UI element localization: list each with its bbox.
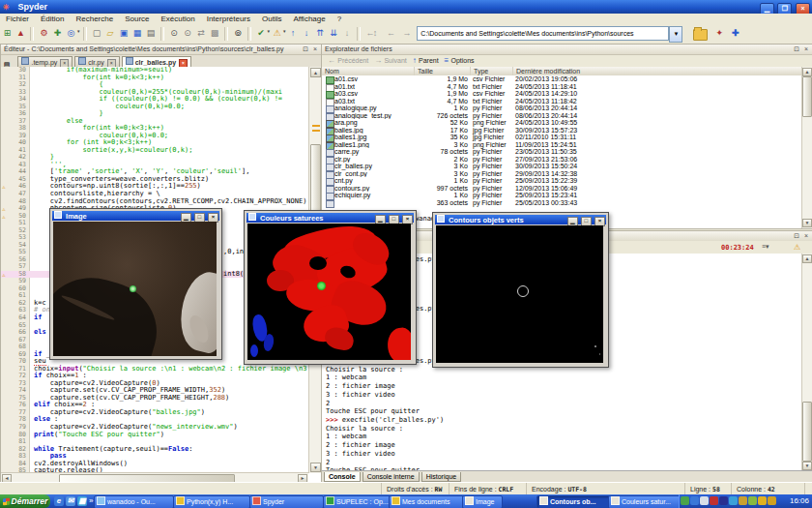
table-row[interactable]: clr_balles.py3 Kopy Fichier30/09/2013 15… [322, 163, 802, 170]
run-icon[interactable]: ⊚ [232, 26, 245, 41]
tab-clr_ballespy[interactable]: clr_balles.py× [122, 56, 191, 67]
table-row[interactable]: analogique_test.py726 octetspy Fichier08… [322, 112, 802, 120]
next-cursor-icon[interactable]: ⇊ [328, 26, 340, 41]
path-dropdown-icon[interactable]: ▼ [669, 26, 682, 43]
console-options-icon[interactable]: ≡▾ [762, 243, 769, 251]
spyder-titlebar[interactable]: ✳ Spyder ▁ ❐ × [0, 0, 812, 14]
menu-item-outils[interactable]: Outils [256, 14, 287, 24]
save-icon[interactable]: ▣ [118, 26, 130, 41]
replace-icon[interactable]: ⇄ [195, 26, 208, 41]
console-close-icon[interactable]: × [804, 231, 808, 241]
console-tab-console-interne[interactable]: Console interne [362, 472, 420, 482]
last-edit-icon[interactable]: ↓ [341, 26, 354, 41]
tray-icon[interactable] [719, 496, 728, 505]
table-row[interactable]: cnt.py1 Kopy Fichier25/09/2013 15:22:39 [322, 177, 802, 185]
console-tab-historique[interactable]: Historique [421, 472, 462, 482]
menu-item-?[interactable]: ? [332, 14, 347, 24]
ie-quick-launch-icon[interactable]: e [54, 496, 64, 506]
fullscreen-icon[interactable]: ⊞ [1, 26, 14, 41]
parent-button[interactable]: ↑ Parent [413, 55, 439, 67]
tools-icon[interactable]: ⚙ [38, 26, 50, 41]
menu-item-dition[interactable]: Édition [35, 14, 70, 24]
quick-launch-overflow-icon[interactable]: » [89, 496, 93, 505]
table-row[interactable]: 363 octetspy Fichier25/05/2013 00:33:43 [322, 199, 802, 207]
menu-item-source[interactable]: Source [119, 14, 155, 24]
open-file-icon[interactable]: ▱ [104, 26, 117, 41]
taskbar-button-python-x-y-h-[interactable]: Python(x,y) H... [173, 495, 250, 508]
contours-window-titlebar[interactable]: Contours objets verts ▁ □ × [435, 215, 606, 224]
layout-icon[interactable]: ▲ [14, 26, 27, 41]
console-tab-console[interactable]: Console [324, 472, 361, 482]
table-row[interactable]: balles.jpg17 Kojpg Fichier30/09/2013 15:… [322, 127, 802, 134]
add-dir-icon[interactable]: ✚ [730, 26, 741, 41]
find-icon[interactable]: ⊙ [168, 26, 181, 41]
editor-close-icon[interactable]: × [313, 45, 317, 54]
menu-item-excution[interactable]: Exécution [156, 14, 201, 24]
tray-icon[interactable] [700, 496, 709, 505]
taskbar-button-mes-documents[interactable]: Mes documents [389, 495, 464, 508]
back-nav-icon[interactable]: ← [385, 26, 396, 41]
menu-item-affichage[interactable]: Affichage [287, 14, 331, 24]
taskbar-button-spyder[interactable]: Spyder [249, 495, 324, 508]
tab-clrpy[interactable]: clr.py× [74, 56, 119, 67]
menu-item-recherche[interactable]: Recherche [70, 14, 119, 24]
console-scrollbar[interactable]: ▲ ▼ [801, 254, 812, 471]
table-row[interactable]: a01.csv1,9 Mocsv Fichier20/02/2013 19:05… [322, 75, 802, 83]
table-row[interactable]: balles1.jpg35 Kojpg Fichier02/11/2010 15… [322, 134, 802, 141]
tab-temppy[interactable]: .temp.py× [17, 56, 72, 67]
previous-cursor-icon[interactable]: ⇈ [314, 26, 327, 41]
taskbar-button-couleurs-satur-[interactable]: Couleurs satur... [608, 495, 681, 508]
new-file-icon[interactable]: ▢ [91, 26, 103, 41]
explorer-scrollbar[interactable]: ▲ ▼ [801, 67, 812, 228]
menu-item-interprteurs[interactable]: Interpréteurs [201, 14, 256, 24]
taskbar-button-image[interactable]: Image [462, 495, 503, 508]
print-icon[interactable]: ▤ [145, 26, 158, 41]
table-row[interactable]: a01.txt4,7 Motxt Fichier24/05/2013 11:18… [322, 83, 802, 91]
table-row[interactable]: a03.txt4,7 Motxt Fichier24/05/2013 11:18… [322, 98, 802, 105]
next-warning-icon[interactable]: ↓ [301, 26, 313, 41]
tray-icon[interactable] [748, 496, 757, 505]
save-all-icon[interactable]: ▦ [131, 26, 144, 41]
find-in-files-icon[interactable]: ▩ [209, 26, 221, 41]
tray-icon[interactable] [768, 496, 776, 505]
warning-list-icon-dropdown[interactable]: ▾ [283, 28, 286, 34]
taskbar-button-contours-ob-[interactable]: Contours ob... [536, 495, 610, 508]
preferences-icon[interactable]: ◎ [65, 26, 77, 41]
image-window-titlebar[interactable]: Image ▁ □ × [52, 211, 219, 221]
tray-icon[interactable] [690, 496, 699, 505]
table-row[interactable]: carre.py78 octetspy Fichier23/05/2013 11… [322, 148, 802, 156]
start-button[interactable]: Démarrer [0, 494, 50, 508]
tray-icon[interactable] [710, 496, 718, 505]
path-input[interactable]: C:\Documents and Settings\colette\Mes do… [417, 26, 669, 41]
editor-float-icon[interactable]: ⊡ [303, 45, 308, 54]
find-next-icon[interactable]: ⊙ [182, 26, 194, 41]
explorer-float-icon[interactable]: ⊡ [794, 45, 799, 54]
options-button[interactable]: ≡ Options [445, 55, 475, 67]
file-list[interactable]: a01.csv1,9 Mocsv Fichier20/02/2013 19:05… [322, 75, 802, 228]
todo-list-icon[interactable]: ✔ [255, 26, 268, 41]
table-row[interactable]: clr_cont.py3 Kopy Fichier29/09/2013 14:3… [322, 170, 802, 178]
table-row[interactable]: a03.csv1,9 Mocsv Fichier24/05/2013 14:29… [322, 90, 802, 98]
table-row[interactable]: echiquier.py1 Kopy Fichier25/09/2013 15:… [322, 192, 802, 199]
table-row[interactable]: ara.png52 Kopng Fichier24/05/2013 10:49:… [322, 119, 802, 127]
taskbar-button-supelec-op-[interactable]: SUPELEC : Op... [323, 495, 391, 508]
tray-icon[interactable] [729, 496, 738, 505]
browse-folder-icon[interactable] [693, 29, 708, 41]
desktop-quick-launch-icon[interactable]: ▦ [77, 496, 87, 506]
tray-icon[interactable] [739, 496, 747, 505]
table-row[interactable]: clr.py2 Kopy Fichier27/09/2013 21:53:06 [322, 156, 802, 164]
warning-list-icon[interactable]: ⚠ [271, 26, 283, 41]
taskbar-button-wanadoo-ou-[interactable]: wanadoo - Ou... [94, 495, 174, 508]
next-button[interactable]: → Suivant [374, 55, 407, 67]
add-path-icon[interactable]: ✚ [51, 26, 64, 41]
updown-icon[interactable]: ↕ [369, 26, 381, 41]
previous-warning-icon[interactable]: ↑ [287, 26, 300, 41]
menu-item-fichier[interactable]: Fichier [0, 14, 35, 24]
saturated-window-titlebar[interactable]: Couleurs saturees ▁ □ × [246, 213, 414, 223]
tray-icon[interactable] [681, 496, 689, 505]
table-row[interactable]: analogique.py1 Kopy Fichier08/06/2013 20… [322, 105, 802, 112]
table-row[interactable]: balles1.png3 Kopng Fichier11/09/2013 15:… [322, 141, 802, 149]
tray-icon[interactable] [758, 496, 767, 505]
preferences-icon-dropdown[interactable]: ▾ [77, 28, 80, 34]
console-float-icon[interactable]: ⊡ [794, 231, 799, 241]
